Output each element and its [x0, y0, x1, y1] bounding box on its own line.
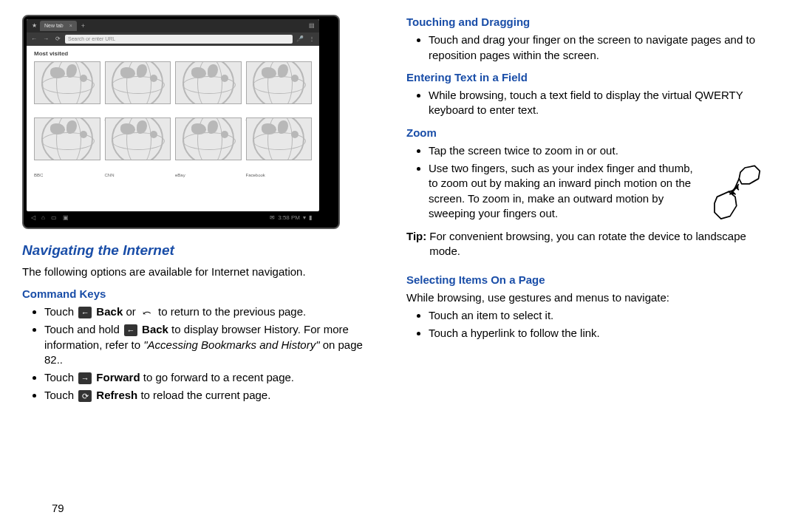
list-item: Touch and hold ← Back to display browser…	[44, 322, 377, 367]
back-icon: ◁	[31, 214, 35, 222]
notif-icon: ✉	[270, 214, 275, 222]
back-arrow-icon: ←	[124, 324, 137, 336]
back-arrow-icon: ←	[78, 307, 92, 318]
zoom-text: Use two fingers, such as your index fing…	[429, 161, 702, 221]
selecting-intro: While browsing, use gestures and menus t…	[406, 290, 761, 305]
list-item: While browsing, touch a text field to di…	[429, 88, 761, 118]
refresh-icon: ⟳	[78, 390, 92, 402]
subheading: Command Keys	[22, 287, 377, 301]
most-visited-label: Most visited	[27, 46, 319, 60]
tablet-screenshot: ★ New tab × + ▤ ← → ⟳ Search or enter UR…	[22, 15, 340, 229]
hw-back-icon: ⤺	[140, 307, 154, 318]
star-icon: ★	[30, 21, 38, 30]
thumb-cell: ESPN	[34, 61, 100, 113]
thumb-cell: Amazon	[246, 61, 313, 113]
address-bar: ← → ⟳ Search or enter URL 🎤 ⋮	[27, 33, 319, 46]
tip-text: For convenient browsing, you can rotate …	[429, 229, 761, 259]
mic-icon: 🎤	[296, 35, 304, 44]
clock-text: 3:58 PM	[278, 214, 300, 222]
left-column: ★ New tab × + ▤ ← → ⟳ Search or enter UR…	[22, 15, 377, 408]
browser-window: ★ New tab × + ▤ ← → ⟳ Search or enter UR…	[27, 19, 319, 211]
subheading: Touching and Dragging	[406, 15, 761, 30]
back-icon: ←	[30, 35, 38, 44]
intro-text: The following options are available for …	[22, 265, 377, 279]
tip-label: Tip:	[406, 229, 426, 259]
close-icon: ×	[69, 23, 72, 28]
list-item: Use two fingers, such as your index fing…	[429, 161, 761, 223]
subheading: Entering Text in a Field	[406, 70, 761, 85]
browser-tab: New tab ×	[40, 21, 77, 30]
forward-icon: →	[41, 35, 50, 44]
command-keys-list: Touch ← Back or ⤺ to return to the previ…	[22, 304, 377, 403]
right-column: Touching and Dragging Touch and drag you…	[406, 15, 761, 408]
list-item: Touch → Forward to go forward to a recen…	[44, 370, 377, 385]
menu-icon: ⋮	[307, 35, 316, 44]
list-item: Touch and drag your finger on the screen…	[429, 33, 761, 63]
wifi-icon: ▾	[303, 214, 306, 222]
screenshot-icon: ▣	[63, 214, 69, 222]
page-number: 79	[52, 502, 64, 514]
system-bar: ◁ ⌂ ▭ ▣ ✉ 3:58 PM ▾ ▮	[27, 211, 316, 225]
thumb-cell: CNN	[105, 117, 171, 169]
thumb-cell: eBay	[175, 117, 242, 169]
url-placeholder: Search or enter URL	[68, 35, 115, 42]
tip-row: Tip: For convenient browsing, you can ro…	[406, 229, 761, 259]
thumb-cell: AOL	[105, 61, 171, 113]
list-item: Touch an item to select it.	[429, 308, 761, 323]
thumb-cell: Picasa	[175, 61, 242, 113]
thumb-cell: Facebook	[246, 117, 313, 169]
home-icon: ⌂	[41, 214, 45, 222]
subheading: Selecting Items On a Page	[406, 273, 761, 287]
section-heading: Navigating the Internet	[22, 241, 377, 260]
list-item: Tap the screen twice to zoom in or out.	[429, 143, 761, 158]
tab-bar: ★ New tab × + ▤	[27, 19, 319, 33]
refresh-icon: ⟳	[53, 35, 62, 44]
pinch-gesture-icon	[709, 164, 761, 223]
battery-icon: ▮	[309, 214, 312, 222]
list-item: Touch ⟳ Refresh to reload the current pa…	[44, 388, 377, 403]
thumb-cell: BBC	[34, 117, 100, 169]
tab-label: New tab	[44, 23, 64, 28]
url-field: Search or enter URL	[65, 35, 293, 44]
plus-icon: +	[78, 21, 88, 30]
cross-reference: "Accessing Bookmarks and History"	[143, 338, 319, 351]
recent-icon: ▭	[51, 214, 57, 222]
thumbnails-grid: ESPN AOL Picasa Amazon BBC CNN eBay Face…	[27, 60, 319, 171]
subheading: Zoom	[406, 126, 761, 140]
list-item: Touch a hyperlink to follow the link.	[429, 326, 761, 341]
forward-arrow-icon: →	[78, 372, 92, 384]
list-item: Touch ← Back or ⤺ to return to the previ…	[44, 304, 377, 319]
bookmarks-icon: ▤	[309, 22, 319, 30]
